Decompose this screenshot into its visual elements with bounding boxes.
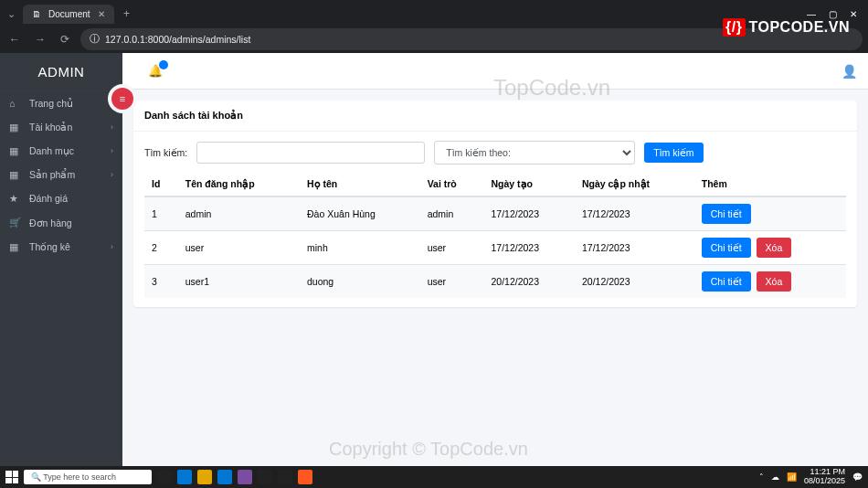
taskbar-app-icon[interactable] xyxy=(238,470,252,484)
actions-cell: Chi tiếtXóa xyxy=(694,265,846,299)
search-by-select[interactable]: Tìm kiếm theo: xyxy=(434,141,635,164)
table-cell: 17/12/2023 xyxy=(484,196,576,231)
taskbar-app-icon[interactable] xyxy=(258,470,272,484)
app-shell: ≡ ADMIN ⌂ Trang chủ ▦ Tài khoản ›▦ Danh … xyxy=(0,53,868,466)
nav-label: Trang chủ xyxy=(29,98,73,109)
column-header: Họ tên xyxy=(300,172,420,196)
search-row: Tìm kiếm: Tìm kiếm theo: Tìm kiếm xyxy=(144,141,846,164)
close-tab-icon[interactable]: ✕ xyxy=(98,9,105,19)
back-icon[interactable]: ← xyxy=(5,31,24,48)
nav-label: Đánh giá xyxy=(29,193,68,204)
page-icon: 🗎 xyxy=(32,9,41,19)
minimize-icon[interactable]: — xyxy=(807,9,816,19)
table-cell: duong xyxy=(300,265,420,299)
close-window-icon[interactable]: ✕ xyxy=(850,9,857,19)
browser-tab[interactable]: 🗎 Document ✕ xyxy=(23,5,114,24)
taskbar-app-icon[interactable] xyxy=(217,470,232,484)
detail-button[interactable]: Chi tiết xyxy=(702,204,751,224)
table-cell: admin xyxy=(178,196,300,231)
nav-label: Thống kê xyxy=(29,241,70,252)
taskbar: 🔍 Type here to search ˄ ☁ 📶 11:21 PM 08/… xyxy=(0,466,868,488)
system-tray: ˄ ☁ 📶 11:21 PM 08/01/2025 💬 xyxy=(759,468,863,486)
table-row: 2userminhuser17/12/202317/12/2023Chi tiế… xyxy=(144,231,846,265)
sidebar-item-đơn-hàng[interactable]: 🛒 Đơn hàng xyxy=(0,210,122,235)
detail-button[interactable]: Chi tiết xyxy=(702,238,751,258)
brand-icon: {/} xyxy=(723,18,745,37)
chevron-right-icon: › xyxy=(111,170,113,179)
table-cell: user xyxy=(420,265,484,299)
nav-icon: ▦ xyxy=(9,145,22,156)
actions-cell: Chi tiết xyxy=(694,196,846,231)
main: 🔔 👤 Danh sách tài khoản Tìm kiếm: Tìm ki… xyxy=(122,53,868,466)
chevron-right-icon: › xyxy=(111,242,113,251)
brand-overlay: {/} TOPCODE.VN xyxy=(723,18,850,37)
detail-button[interactable]: Chi tiết xyxy=(702,271,751,292)
notification-center-icon[interactable]: 💬 xyxy=(852,472,863,482)
table-cell: admin xyxy=(420,196,484,231)
notification-badge xyxy=(159,60,168,69)
tray-chevron-icon[interactable]: ˄ xyxy=(759,472,764,482)
sidebar-item-thống-kê[interactable]: ▦ Thống kê › xyxy=(0,235,122,259)
sidebar-item-trang-chủ[interactable]: ⌂ Trang chủ xyxy=(0,91,122,115)
taskbar-app-icon[interactable] xyxy=(177,470,192,484)
taskbar-app-icon[interactable] xyxy=(278,470,292,484)
nav-icon: ▦ xyxy=(9,169,22,180)
taskbar-search[interactable]: 🔍 Type here to search xyxy=(24,470,152,484)
column-header: Ngày cập nhật xyxy=(575,172,694,196)
table-cell: 17/12/2023 xyxy=(484,231,576,265)
nav-icon: 🛒 xyxy=(9,217,22,228)
table-cell: user1 xyxy=(178,265,300,299)
taskbar-app-icon[interactable] xyxy=(298,470,312,484)
site-info-icon[interactable]: ⓘ xyxy=(90,33,100,46)
start-button[interactable] xyxy=(5,471,18,483)
search-icon: 🔍 xyxy=(31,472,41,482)
window-controls: — ▢ ✕ xyxy=(807,9,864,19)
card-body: Tìm kiếm: Tìm kiếm theo: Tìm kiếm IdTên … xyxy=(133,132,857,307)
chevron-right-icon: › xyxy=(111,122,113,132)
nav-list: ⌂ Trang chủ ▦ Tài khoản ›▦ Danh mục ›▦ S… xyxy=(0,91,122,259)
forward-icon[interactable]: → xyxy=(31,31,49,48)
notifications-button[interactable]: 🔔 xyxy=(148,64,163,78)
reload-icon[interactable]: ⟳ xyxy=(57,31,73,48)
search-button[interactable]: Tìm kiếm xyxy=(644,143,703,163)
tab-search-icon[interactable]: ⌄ xyxy=(4,8,19,20)
table-cell: minh xyxy=(300,231,420,265)
sidebar-toggle-button[interactable]: ≡ xyxy=(111,88,133,110)
table-row: 1adminĐào Xuân Hùngadmin17/12/202317/12/… xyxy=(144,196,846,231)
taskbar-app-icon[interactable] xyxy=(157,470,172,484)
tray-wifi-icon[interactable]: 📶 xyxy=(787,472,797,482)
content: Danh sách tài khoản Tìm kiếm: Tìm kiếm t… xyxy=(122,90,868,466)
nav-label: Danh mục xyxy=(29,145,74,156)
sidebar: ADMIN ⌂ Trang chủ ▦ Tài khoản ›▦ Danh mụ… xyxy=(0,53,122,466)
url-text: 127.0.0.1:8000/admins/admins/list xyxy=(105,34,250,45)
delete-button[interactable]: Xóa xyxy=(757,238,792,258)
maximize-icon[interactable]: ▢ xyxy=(829,9,837,19)
table-cell: 1 xyxy=(144,196,178,231)
column-header: Ngày tạo xyxy=(484,172,576,196)
sidebar-item-tài-khoản[interactable]: ▦ Tài khoản › xyxy=(0,115,122,139)
taskbar-app-icon[interactable] xyxy=(197,470,212,484)
nav-icon: ▦ xyxy=(9,241,22,252)
delete-button[interactable]: Xóa xyxy=(757,271,792,292)
table-cell: 20/12/2023 xyxy=(575,265,694,299)
sidebar-item-sản-phẩm[interactable]: ▦ Sản phẩm › xyxy=(0,163,122,186)
search-input[interactable] xyxy=(196,142,425,164)
nav-icon: ⌂ xyxy=(9,98,22,109)
table-cell: user xyxy=(178,231,300,265)
new-tab-button[interactable]: + xyxy=(118,4,135,24)
sidebar-item-danh-mục[interactable]: ▦ Danh mục › xyxy=(0,139,122,163)
tab-title: Document xyxy=(48,9,90,19)
topbar: 🔔 👤 xyxy=(122,53,868,90)
table-cell: 20/12/2023 xyxy=(484,265,576,299)
tray-cloud-icon[interactable]: ☁ xyxy=(771,472,779,482)
search-label: Tìm kiếm: xyxy=(144,147,187,158)
nav-label: Tài khoản xyxy=(29,122,72,133)
sidebar-item-đánh-giá[interactable]: ★ Đánh giá xyxy=(0,186,122,210)
column-header: Tên đăng nhập xyxy=(178,172,300,196)
table-cell: user xyxy=(420,231,484,265)
table-cell: 17/12/2023 xyxy=(575,196,694,231)
nav-label: Sản phẩm xyxy=(29,169,75,180)
table-body: 1adminĐào Xuân Hùngadmin17/12/202317/12/… xyxy=(144,196,846,298)
user-avatar-icon[interactable]: 👤 xyxy=(842,64,857,79)
table-row: 3user1duonguser20/12/202320/12/2023Chi t… xyxy=(144,265,846,299)
